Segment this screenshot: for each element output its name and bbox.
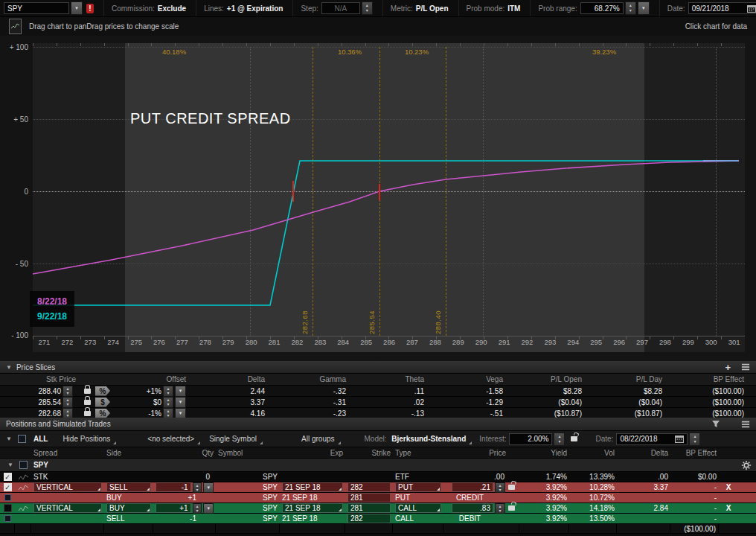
symbol-input[interactable]: SPY bbox=[4, 2, 69, 14]
gear-icon bbox=[741, 460, 752, 470]
alert-icon[interactable]: ! bbox=[86, 4, 94, 13]
price-cell[interactable]: .83 bbox=[452, 503, 493, 513]
single-symbol-dropdown[interactable]: Single Symbol bbox=[202, 435, 264, 443]
price-slice-row: 288.40 ▴▾ % +1% ▴▾ ▾ 2.44 -.32 .11 -1.58… bbox=[0, 386, 756, 397]
risk-profile-chart[interactable]: + 100 + 50 0 - 50 - 100 282.68 285.54 28… bbox=[0, 36, 756, 361]
qty-dropdown[interactable]: ▾ bbox=[203, 482, 214, 493]
interest-spinner[interactable]: ▴▾ bbox=[554, 433, 565, 446]
offset-value[interactable]: $0 bbox=[112, 398, 161, 406]
strike-cell[interactable]: 282 bbox=[347, 514, 391, 523]
spin-down-icon: ▾ bbox=[66, 402, 68, 407]
unlock-icon[interactable] bbox=[508, 505, 515, 511]
side-cell[interactable]: SELL bbox=[106, 482, 151, 492]
lock-icon[interactable] bbox=[84, 400, 91, 405]
prob-mode-group[interactable]: Prob mode: ITM bbox=[458, 0, 521, 16]
qty-spinner[interactable]: ▴▾ bbox=[193, 503, 202, 514]
collapse-icon[interactable]: ▼ bbox=[7, 462, 13, 468]
row-checkbox[interactable] bbox=[4, 504, 12, 512]
row-checkbox[interactable]: ✓ bbox=[4, 473, 12, 481]
interest-input[interactable]: 2.00% bbox=[509, 433, 552, 445]
commission-group[interactable]: Commission: Exclude bbox=[103, 0, 186, 16]
qty-cell[interactable]: +1 bbox=[156, 503, 191, 513]
prob-range-dropdown-button[interactable]: ▾ bbox=[638, 1, 650, 15]
selection-dropdown[interactable]: <no selected> bbox=[140, 435, 202, 443]
offset-unit-button[interactable]: $ bbox=[95, 398, 110, 407]
stock-position-row[interactable]: ✓ STK 0 SPY ETF .00 1.74% 13.39% .00 $0.… bbox=[0, 472, 756, 482]
collapse-icon[interactable]: ▼ bbox=[6, 364, 12, 371]
row-checkbox[interactable] bbox=[4, 515, 11, 522]
yield-cell: 3.92% bbox=[519, 482, 569, 493]
x-tick-label: 271 bbox=[33, 338, 56, 346]
trade-row[interactable]: ✓ VERTICAL SELL -1 ▴▾ ▾ SPY 21 SEP 18 28… bbox=[0, 482, 756, 493]
unlock-icon[interactable] bbox=[571, 436, 577, 441]
offset-unit-button[interactable]: % bbox=[95, 409, 110, 418]
unlock-icon[interactable] bbox=[508, 485, 515, 490]
group-settings[interactable] bbox=[741, 460, 752, 470]
chart-style-icon[interactable] bbox=[9, 19, 22, 34]
step-spinner[interactable]: ▴▾ bbox=[362, 1, 373, 15]
slice-price-spinner[interactable]: ▴▾ bbox=[63, 386, 73, 397]
type-cell[interactable]: CALL bbox=[395, 503, 441, 513]
all-filter[interactable]: ALL bbox=[26, 435, 55, 443]
remove-trade-button[interactable]: X bbox=[719, 503, 738, 514]
prob-range-spinner[interactable]: ▴▾ bbox=[625, 1, 636, 15]
price-spinner[interactable]: ▴▾ bbox=[495, 482, 505, 493]
row-checkbox[interactable] bbox=[4, 494, 11, 501]
trade-row[interactable]: SELL -1 SPY 21 SEP 18 282 CALL DEBIT 3.9… bbox=[0, 514, 756, 524]
symbol-group-row[interactable]: ▼ SPY bbox=[0, 459, 756, 472]
qty-dropdown[interactable]: ▾ bbox=[203, 503, 214, 514]
prob-range-input[interactable]: 68.27% bbox=[580, 2, 624, 14]
positions-date-spinner[interactable]: ▴▾ bbox=[689, 433, 700, 446]
hide-positions-button[interactable]: Hide Positions bbox=[55, 435, 118, 443]
slice-price-input[interactable]: 288.40 bbox=[3, 386, 61, 395]
slice-price-spinner[interactable]: ▴▾ bbox=[63, 397, 73, 408]
offset-spinner[interactable]: ▴▾ bbox=[163, 386, 173, 397]
positions-header[interactable]: Positions and Simulated Trades bbox=[0, 418, 756, 431]
type-cell[interactable]: PUT bbox=[395, 482, 441, 492]
collapse-icon[interactable]: ▼ bbox=[6, 436, 12, 442]
price-cell[interactable]: .21 bbox=[452, 482, 493, 492]
offset-value[interactable]: -1% bbox=[112, 409, 161, 418]
trade-row[interactable]: VERTICAL BUY +1 ▴▾ ▾ SPY 21 SEP 18 281 C… bbox=[0, 503, 756, 514]
spread-cell[interactable]: VERTICAL bbox=[33, 482, 102, 492]
price-slices-header[interactable]: ▼ Price Slices + bbox=[0, 361, 756, 374]
slice-price-input[interactable]: 282.68 bbox=[3, 409, 61, 418]
offset-dropdown-button[interactable]: ▾ bbox=[175, 397, 186, 408]
exp-cell[interactable]: 21 SEP 18 bbox=[282, 482, 343, 492]
trade-row[interactable]: BUY +1 SPY 21 SEP 18 281 PUT CREDIT 3.92… bbox=[0, 493, 756, 503]
slices-menu-icon[interactable] bbox=[742, 366, 749, 368]
model-dropdown[interactable]: Model: Bjerksund-Stensland bbox=[357, 435, 474, 443]
offset-value[interactable]: +1% bbox=[112, 387, 161, 395]
spread-cell[interactable]: VERTICAL bbox=[33, 503, 102, 513]
qty-spinner[interactable]: ▴▾ bbox=[193, 482, 202, 493]
lock-icon[interactable] bbox=[84, 411, 91, 416]
slice-gamma: -.23 bbox=[268, 409, 349, 418]
side-cell[interactable]: BUY bbox=[106, 503, 151, 513]
step-input[interactable]: N/A bbox=[321, 2, 360, 14]
positions-date-input[interactable]: 08/22/2018 bbox=[616, 433, 688, 445]
metric-group[interactable]: Metric: P/L Open bbox=[382, 0, 449, 16]
slice-pl-open: $8.28 bbox=[506, 387, 585, 395]
offset-dropdown-button[interactable]: ▾ bbox=[175, 386, 186, 397]
strike-cell[interactable]: 281 bbox=[347, 493, 391, 502]
slice-price-input[interactable]: 285.54 bbox=[3, 398, 61, 406]
select-all-checkbox[interactable] bbox=[18, 435, 26, 443]
add-slice-icon[interactable]: + bbox=[725, 363, 731, 372]
group-checkbox[interactable] bbox=[19, 461, 28, 469]
date-input[interactable]: 09/21/2018 bbox=[688, 2, 756, 14]
strike-cell[interactable]: 282 bbox=[347, 482, 391, 492]
groups-dropdown[interactable]: All groups bbox=[294, 435, 342, 443]
strike-cell[interactable]: 281 bbox=[347, 503, 391, 513]
positions-menu-icon[interactable] bbox=[742, 424, 749, 425]
exp-cell[interactable]: 21 SEP 18 bbox=[282, 503, 343, 513]
filter-icon[interactable] bbox=[711, 420, 720, 428]
qty-cell[interactable]: -1 bbox=[156, 482, 191, 492]
remove-trade-button[interactable]: X bbox=[719, 482, 738, 493]
offset-spinner[interactable]: ▴▾ bbox=[163, 397, 173, 408]
price-spinner[interactable]: ▴▾ bbox=[495, 503, 505, 514]
lines-group[interactable]: Lines: +1 @ Expiration bbox=[196, 0, 283, 16]
row-checkbox[interactable]: ✓ bbox=[4, 483, 12, 491]
symbol-dropdown-button[interactable]: ▾ bbox=[71, 1, 83, 15]
lock-icon[interactable] bbox=[84, 389, 91, 394]
offset-unit-button[interactable]: % bbox=[95, 386, 110, 396]
